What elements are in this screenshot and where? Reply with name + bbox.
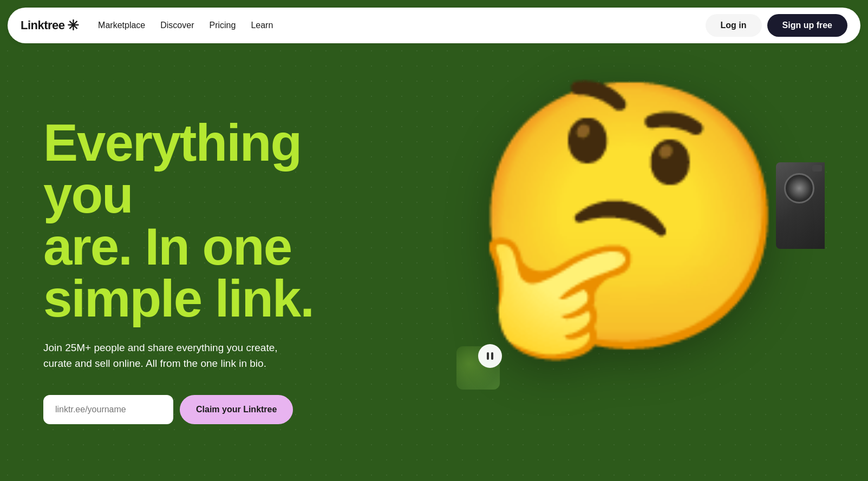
- claim-button[interactable]: Claim your Linktree: [180, 395, 293, 424]
- pause-icon: [487, 352, 493, 360]
- hero-title: Everything you are. In one simple link.: [43, 117, 395, 325]
- pause-button[interactable]: [478, 344, 502, 368]
- logo-asterisk: ✳: [67, 17, 79, 34]
- logo-text: Linktree: [21, 18, 65, 32]
- hero-title-line3: simple link.: [43, 269, 314, 327]
- thinking-emoji: 🤔: [468, 87, 792, 346]
- nav-left: Linktree✳ Marketplace Discover Pricing L…: [21, 17, 273, 34]
- pause-bar-right: [491, 352, 493, 360]
- pause-bar-left: [487, 352, 489, 360]
- nav-learn[interactable]: Learn: [251, 21, 273, 30]
- hero-title-line1: Everything you: [43, 114, 301, 223]
- hero-subtitle: Join 25M+ people and share everything yo…: [43, 340, 309, 372]
- nav-links: Marketplace Discover Pricing Learn: [98, 21, 273, 30]
- hero-content-left: Everything you are. In one simple link. …: [43, 117, 395, 425]
- signup-button[interactable]: Sign up free: [767, 14, 847, 37]
- nav-marketplace[interactable]: Marketplace: [98, 21, 145, 30]
- nav-right: Log in Sign up free: [706, 14, 847, 37]
- navbar: Linktree✳ Marketplace Discover Pricing L…: [8, 8, 860, 43]
- hero-title-line2: are. In one: [43, 218, 291, 275]
- hero-image-right: 🤔: [446, 76, 825, 465]
- nav-discover[interactable]: Discover: [160, 21, 194, 30]
- hero-input-row: Claim your Linktree: [43, 395, 395, 424]
- username-input[interactable]: [43, 395, 173, 424]
- nav-pricing[interactable]: Pricing: [209, 21, 236, 30]
- logo[interactable]: Linktree✳: [21, 17, 79, 34]
- login-button[interactable]: Log in: [706, 14, 762, 37]
- hero-section: Everything you are. In one simple link. …: [0, 43, 868, 481]
